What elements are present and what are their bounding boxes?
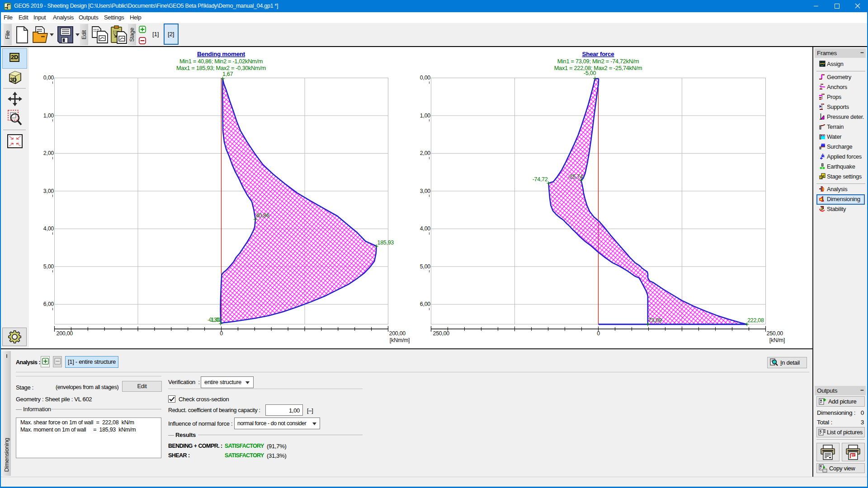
- svg-text:1,00: 1,00: [43, 113, 54, 119]
- svg-text:-74,72: -74,72: [533, 176, 548, 183]
- svg-text:2,00: 2,00: [43, 150, 54, 156]
- svg-text:Min1 = 73,09; Min2 = -74,72kN/: Min1 = 73,09; Min2 = -74,72kN/m: [557, 58, 639, 65]
- svg-text:-5,00: -5,00: [584, 70, 596, 76]
- svg-text:250,00: 250,00: [433, 330, 450, 337]
- svg-text:2,00: 2,00: [420, 150, 430, 156]
- svg-text:200,00: 200,00: [57, 330, 73, 337]
- svg-text:6,00: 6,00: [43, 301, 54, 307]
- svg-text:1,67: 1,67: [222, 71, 233, 77]
- svg-text:5,00: 5,00: [43, 263, 54, 270]
- svg-text:3D: 3D: [10, 77, 17, 83]
- svg-text:1,00: 1,00: [420, 113, 430, 119]
- svg-text:250,00: 250,00: [767, 330, 783, 337]
- svg-text:Max1 = 222,08; Max2 = -25,74kN: Max1 = 222,08; Max2 = -25,74kN/m: [554, 65, 642, 71]
- svg-text:[kNm/m]: [kNm/m]: [390, 337, 410, 343]
- svg-text:6,00: 6,00: [420, 301, 430, 307]
- svg-text:4,00: 4,00: [420, 225, 430, 232]
- svg-text:1: 1: [820, 176, 822, 179]
- svg-text:200,00: 200,00: [389, 330, 406, 337]
- svg-text:40,86: 40,86: [256, 212, 269, 219]
- svg-text:73,09: 73,09: [648, 317, 662, 324]
- svg-text:0,00: 0,00: [43, 75, 54, 81]
- svg-text:-25,74: -25,74: [568, 174, 583, 180]
- svg-text:Max1 = 185,93; Max2 = -0,30kNm: Max1 = 185,93; Max2 = -0,30kNm/m: [176, 65, 266, 71]
- svg-text:[kN/m]: [kN/m]: [769, 337, 785, 343]
- svg-text:0: 0: [220, 330, 223, 337]
- svg-text:3,00: 3,00: [420, 188, 430, 194]
- svg-text:5,00: 5,00: [420, 263, 430, 270]
- svg-text:0: 0: [597, 330, 600, 337]
- svg-text:0,00: 0,00: [420, 75, 430, 81]
- svg-text:Bending moment: Bending moment: [197, 51, 245, 57]
- svg-text:Min1 = 40,86; Min2 = -1,02kNm/: Min1 = 40,86; Min2 = -1,02kNm/m: [179, 58, 263, 65]
- svg-text:3,00: 3,00: [43, 188, 54, 194]
- svg-text:-0,30: -0,30: [208, 317, 220, 323]
- svg-text:Shear force: Shear force: [582, 51, 615, 57]
- svg-text:185,93: 185,93: [377, 239, 394, 246]
- svg-text:4,00: 4,00: [43, 225, 54, 232]
- svg-text:222,08: 222,08: [747, 317, 764, 324]
